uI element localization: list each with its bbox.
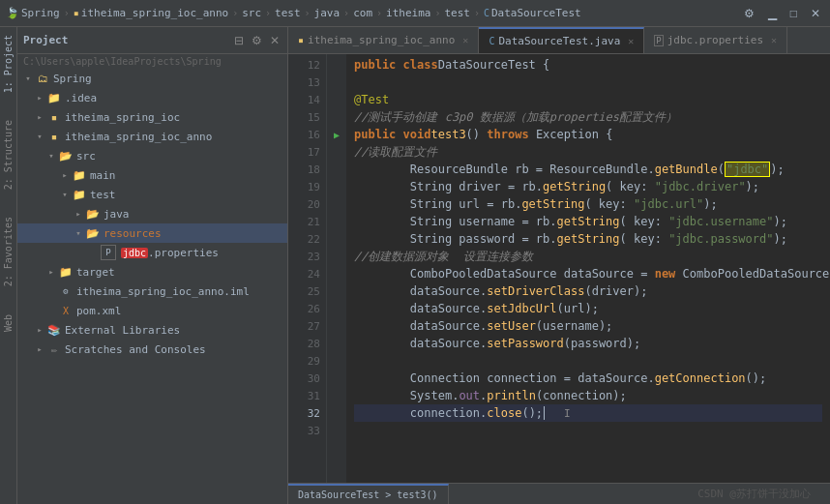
linenum-30: 30 xyxy=(288,370,326,387)
code-editor[interactable]: 12 13 14 15 16 17 18 19 20 21 22 23 24 2… xyxy=(288,54,830,483)
marker-27 xyxy=(327,317,346,335)
minimize-button[interactable]: ▁ xyxy=(764,5,781,22)
panel-title: Project xyxy=(23,34,68,46)
module-icon-ioc: ▪ xyxy=(46,109,62,125)
tree-item-resources[interactable]: ▾ 📂 resources xyxy=(17,223,287,243)
linenum-26: 26 xyxy=(288,300,326,317)
close-panel-button[interactable]: ✕ xyxy=(268,34,282,47)
tree-label-test: test xyxy=(90,189,116,201)
sep6: › xyxy=(376,8,382,18)
code-line-23: //创建数据源对象 设置连接参数 xyxy=(354,248,822,265)
marker-26 xyxy=(327,300,346,317)
breadcrumb-itheima[interactable]: itheima xyxy=(386,7,430,19)
breadcrumb-spring[interactable]: 🍃 Spring xyxy=(6,7,60,20)
code-line-22: String password = rb.getString( key: "jd… xyxy=(354,230,822,248)
tab-ioc-anno[interactable]: ▪ itheima_spring_ioc_anno ✕ xyxy=(288,27,479,53)
tree-item-src[interactable]: ▾ 📂 src xyxy=(17,146,287,165)
spring-icon: 🍃 xyxy=(6,7,19,20)
project-panel: Project ⊟ ⚙ ✕ C:\Users\apple\IdeaProject… xyxy=(17,27,288,504)
tree-area[interactable]: ▾ 🗂 Spring ▸ 📁 .idea ▸ ▪ itheima_spring_… xyxy=(17,69,287,504)
class-icon: C xyxy=(484,8,489,18)
tab-close-0[interactable]: ✕ xyxy=(462,35,468,45)
linenum-29: 29 xyxy=(288,352,326,370)
props-icon: P xyxy=(101,245,116,260)
tree-label-scratches: Scratches and Consoles xyxy=(65,343,206,356)
tree-item-target[interactable]: ▸ 📁 target xyxy=(17,262,287,282)
left-side-tabs: 1: Project 2: Structure 2: Favorites Web xyxy=(0,27,17,504)
tab-datasourcetest[interactable]: C DataSourceTest.java ✕ xyxy=(479,27,644,53)
expand-arrow-resources: ▾ xyxy=(72,226,85,240)
code-line-24: ComboPooledDataSource dataSource = new C… xyxy=(354,265,822,282)
breadcrumb-src[interactable]: src xyxy=(242,7,261,19)
linenum-21: 21 xyxy=(288,213,326,230)
breadcrumb-java[interactable]: java xyxy=(314,7,341,19)
marker-16[interactable]: ▶ xyxy=(327,126,346,143)
maximize-button[interactable]: □ xyxy=(786,5,801,22)
tab-close-1[interactable]: ✕ xyxy=(628,36,634,46)
tree-label-pom: pom.xml xyxy=(76,305,121,317)
tree-item-test[interactable]: ▾ 📁 test xyxy=(17,185,287,204)
tree-item-iml[interactable]: ▸ ⚙ itheima_spring_ioc_anno.iml xyxy=(17,282,287,301)
code-line-17: //读取配置文件 xyxy=(354,143,822,161)
tree-item-ioc-anno[interactable]: ▾ ▪ itheima_spring_ioc_anno xyxy=(17,127,287,146)
tree-label-idea: .idea xyxy=(65,92,97,104)
expand-arrow-ioc-anno: ▾ xyxy=(33,130,46,143)
tree-item-java[interactable]: ▸ 📂 java xyxy=(17,204,287,223)
expand-arrow-scratches: ▸ xyxy=(33,342,46,356)
breadcrumb-bar: 🍃 Spring › ▪ itheima_spring_ioc_anno › s… xyxy=(0,0,830,27)
close-button[interactable]: ✕ xyxy=(807,5,824,22)
tree-item-pom[interactable]: ▸ X pom.xml xyxy=(17,301,287,320)
tab-jdbc-props[interactable]: P jdbc.properties ✕ xyxy=(644,27,787,53)
expand-arrow-src: ▾ xyxy=(44,149,58,163)
tab-close-2[interactable]: ✕ xyxy=(771,35,777,45)
linenum-23: 23 xyxy=(288,248,326,265)
folder-icon-target: 📁 xyxy=(58,264,74,280)
tree-item-spring[interactable]: ▾ 🗂 Spring xyxy=(17,69,287,88)
marker-33 xyxy=(327,422,346,439)
breadcrumb-test[interactable]: test xyxy=(275,7,301,19)
marker-28 xyxy=(327,335,346,352)
breadcrumb-datasourcetest[interactable]: C DataSourceTest xyxy=(484,7,581,19)
tree-item-scratches[interactable]: ▸ ✏ Scratches and Consoles xyxy=(17,340,287,359)
sep2: › xyxy=(232,8,238,18)
breadcrumb-test2[interactable]: test xyxy=(444,7,470,19)
bottom-path: DataSourceTest > test3() xyxy=(288,484,449,504)
folder-icon-main: 📁 xyxy=(72,167,87,183)
tree-item-ext-libs[interactable]: ▸ 📚 External Libraries xyxy=(17,320,287,340)
tree-item-main[interactable]: ▸ 📁 main xyxy=(17,165,287,185)
code-content[interactable]: public class DataSourceTest { @Test //测试… xyxy=(346,54,830,483)
sidebar-tab-web[interactable]: Web xyxy=(1,311,15,336)
sidebar-tab-project[interactable]: 1: Project xyxy=(1,31,15,97)
marker-24 xyxy=(327,265,346,282)
tree-item-idea[interactable]: ▸ 📁 .idea xyxy=(17,88,287,107)
sidebar-tab-structure[interactable]: 2: Structure xyxy=(1,116,15,193)
tree-label-spring: Spring xyxy=(53,73,92,85)
marker-23 xyxy=(327,248,346,265)
code-line-18: ResourceBundle rb = ResourceBundle.getBu… xyxy=(354,161,822,178)
linenum-19: 19 xyxy=(288,178,326,195)
breadcrumb-module[interactable]: ▪ itheima_spring_ioc_anno xyxy=(74,7,228,19)
code-line-20: String url = rb.getString( key: "jdbc.ur… xyxy=(354,195,822,213)
breadcrumb-com[interactable]: com xyxy=(353,7,372,19)
marker-25 xyxy=(327,282,346,300)
collapse-all-button[interactable]: ⊟ xyxy=(232,34,246,47)
tree-label-src: src xyxy=(76,150,96,163)
tree-label-main: main xyxy=(90,169,116,182)
tree-item-jdbc-props[interactable]: ▸ P jdbc.properties xyxy=(17,243,287,262)
code-line-32: connection.close(); I xyxy=(354,404,822,422)
code-line-33 xyxy=(354,422,822,439)
linenum-16: 16 xyxy=(288,126,326,143)
expand-arrow-idea: ▸ xyxy=(33,91,46,104)
expand-arrow-test: ▾ xyxy=(58,188,72,201)
settings-button[interactable]: ⚙ xyxy=(740,5,758,22)
marker-12 xyxy=(327,56,346,74)
expand-arrow-ioc: ▸ xyxy=(33,110,46,124)
linenum-24: 24 xyxy=(288,265,326,282)
marker-22 xyxy=(327,230,346,248)
sidebar-tab-favorites[interactable]: 2: Favorites xyxy=(1,213,15,290)
settings-panel-button[interactable]: ⚙ xyxy=(250,34,264,47)
linenum-27: 27 xyxy=(288,317,326,335)
tree-label-ioc: itheima_spring_ioc xyxy=(65,111,180,124)
tree-item-ioc[interactable]: ▸ ▪ itheima_spring_ioc xyxy=(17,107,287,127)
tree-label-ioc-anno: itheima_spring_ioc_anno xyxy=(65,131,212,143)
